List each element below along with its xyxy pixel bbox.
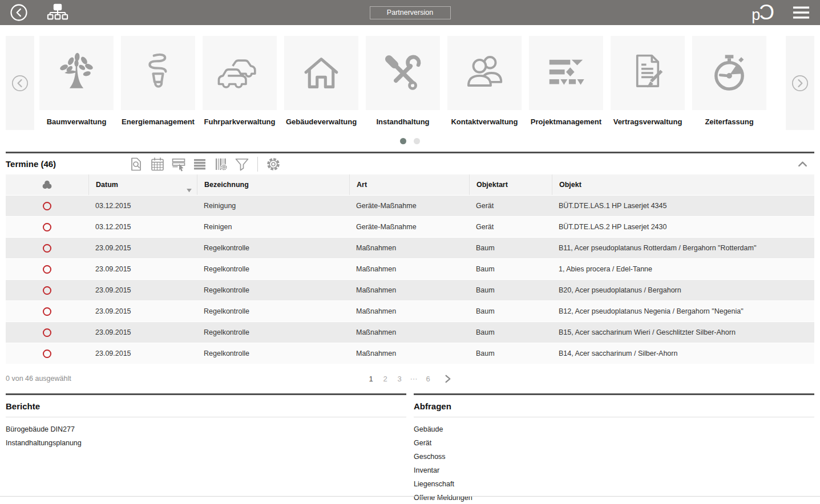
- cell-objektart: Baum: [469, 265, 552, 273]
- sliders-icon: [529, 36, 603, 110]
- termine-title: Termine (46): [6, 159, 56, 169]
- hamburger-icon[interactable]: [791, 5, 811, 20]
- module-tile[interactable]: Zeiterfassung: [692, 36, 766, 126]
- module-tile[interactable]: Vertragsverwaltung: [611, 36, 685, 126]
- bericht-item[interactable]: Bürogebäude DIN277: [6, 422, 406, 436]
- cell-art: Geräte-Maßnahme: [349, 202, 469, 210]
- column-header-objektart[interactable]: Objektart: [469, 174, 552, 195]
- status-open-icon: [43, 265, 51, 274]
- barcode-settings-icon[interactable]: [213, 157, 228, 172]
- page-button[interactable]: 3: [396, 375, 403, 383]
- page-button[interactable]: 1: [367, 375, 375, 383]
- termine-toolbar: [129, 157, 281, 172]
- page-button[interactable]: 2: [382, 375, 389, 383]
- abfrage-item[interactable]: Liegenschaft: [414, 477, 814, 491]
- column-header-objekt[interactable]: Objekt: [552, 174, 814, 195]
- cell-objektart: Baum: [469, 328, 552, 336]
- table-row[interactable]: 23.09.2015 Regelkontrolle Maßnahmen Baum…: [6, 322, 814, 343]
- abfrage-item[interactable]: Gebäude: [414, 422, 814, 436]
- column-header-datum[interactable]: Datum: [88, 174, 197, 195]
- module-tile[interactable]: Kontaktverwaltung: [447, 36, 522, 126]
- table-body: 03.12.2015 Reinigung Geräte-Maßnahme Ger…: [6, 196, 814, 364]
- chevron-right-icon[interactable]: [442, 373, 453, 384]
- abfrage-item[interactable]: Gerät: [414, 436, 814, 450]
- module-tile-label: Projektmanagement: [529, 117, 603, 126]
- table-header-row: Datum Bezeichnung Art Objektart Objekt: [6, 174, 814, 195]
- cell-objektart: Baum: [469, 286, 552, 294]
- abfrage-item[interactable]: Inventar: [414, 464, 814, 477]
- bericht-item[interactable]: Instandhaltungsplanung: [6, 436, 406, 450]
- page-button[interactable]: 6: [425, 375, 432, 383]
- cell-objekt: B20, Acer pseudoplatanus / Bergahorn: [552, 286, 814, 294]
- sitemap-icon[interactable]: [47, 3, 68, 22]
- row-select-icon[interactable]: [171, 157, 186, 172]
- cell-objekt: B11, Acer pseudoplatanus Rotterdam / Ber…: [552, 244, 814, 252]
- cell-datum: 03.12.2015: [88, 223, 197, 231]
- cell-objekt: B15, Acer saccharinum Wieri / Geschlitzt…: [552, 328, 814, 336]
- cell-objektart: Baum: [469, 244, 552, 252]
- module-carousel: Baumverwaltung Energiemanagement Fuhrpar…: [0, 25, 820, 130]
- module-tile[interactable]: Fuhrparkverwaltung: [203, 36, 277, 126]
- page-bottom-divider: [0, 496, 820, 497]
- cell-datum: 23.09.2015: [88, 328, 197, 336]
- table-row[interactable]: 03.12.2015 Reinigen Geräte-Maßnahme Gerä…: [6, 217, 814, 237]
- cell-objekt: B12, Acer pseudoplatanus Negenia / Berga…: [552, 307, 814, 315]
- toolbar-divider: [257, 157, 258, 172]
- column-header-art[interactable]: Art: [349, 174, 469, 195]
- berichte-list: Bürogebäude DIN277 Instandhaltungsplanun…: [6, 417, 406, 450]
- berichte-panel: Berichte Bürogebäude DIN277 Instandhaltu…: [6, 393, 406, 504]
- column-header-status[interactable]: [6, 174, 88, 195]
- bottom-panels: Berichte Bürogebäude DIN277 Instandhaltu…: [6, 393, 814, 504]
- cell-art: Maßnahmen: [349, 349, 469, 357]
- table-row[interactable]: 23.09.2015 Regelkontrolle Maßnahmen Baum…: [6, 238, 814, 258]
- cell-objektart: Gerät: [469, 202, 552, 210]
- module-tile-label: Kontaktverwaltung: [447, 117, 522, 126]
- status-open-icon: [43, 349, 51, 358]
- topbar: Partnerversion p Ɔ: [0, 0, 820, 25]
- list-icon[interactable]: [192, 157, 207, 172]
- calendar-icon[interactable]: [150, 157, 165, 172]
- partnerversion-button[interactable]: Partnerversion: [370, 6, 451, 19]
- table-row[interactable]: 23.09.2015 Regelkontrolle Maßnahmen Baum…: [6, 259, 814, 279]
- cell-objektart: Gerät: [469, 223, 552, 231]
- table-row[interactable]: 23.09.2015 Regelkontrolle Maßnahmen Baum…: [6, 343, 814, 364]
- abfrage-item[interactable]: Geschoss: [414, 450, 814, 464]
- carousel-dot[interactable]: [414, 138, 420, 144]
- module-tile[interactable]: Baumverwaltung: [39, 36, 114, 126]
- cell-art: Maßnahmen: [349, 328, 469, 336]
- termine-table: Datum Bezeichnung Art Objektart Objekt 0…: [6, 174, 814, 364]
- table-row[interactable]: 23.09.2015 Regelkontrolle Maßnahmen Baum…: [6, 280, 814, 300]
- cell-bezeichnung: Regelkontrolle: [197, 328, 349, 336]
- carousel-prev-button[interactable]: [6, 36, 34, 130]
- cell-bezeichnung: Regelkontrolle: [197, 307, 349, 315]
- termine-header: Termine (46): [6, 153, 814, 174]
- table-row[interactable]: 23.09.2015 Regelkontrolle Maßnahmen Baum…: [6, 301, 814, 322]
- cell-art: Maßnahmen: [349, 286, 469, 294]
- module-tile[interactable]: Energiemanagement: [121, 36, 195, 126]
- module-tile[interactable]: Instandhaltung: [366, 36, 440, 126]
- abfrage-item[interactable]: Offene Meldungen: [414, 491, 814, 504]
- back-circle-icon[interactable]: [9, 3, 29, 22]
- table-row[interactable]: 03.12.2015 Reinigung Geräte-Maßnahme Ger…: [6, 196, 814, 216]
- cell-datum: 23.09.2015: [88, 349, 197, 357]
- stopwatch-icon: [692, 36, 766, 110]
- cell-bezeichnung: Regelkontrolle: [197, 244, 349, 252]
- page-button: ⋯: [410, 375, 418, 383]
- column-header-bezeichnung[interactable]: Bezeichnung: [197, 174, 349, 195]
- carousel-next-button[interactable]: [786, 36, 814, 130]
- module-tile[interactable]: Gebäudeverwaltung: [284, 36, 358, 126]
- pagination: 1 2 3 ⋯ 6: [367, 373, 453, 384]
- filter-icon[interactable]: [235, 157, 249, 172]
- circle-chevron-left-icon: [10, 74, 30, 93]
- module-tile-label: Vertragsverwaltung: [611, 117, 685, 126]
- cell-datum: 23.09.2015: [88, 244, 197, 252]
- cell-bezeichnung: Reinigung: [197, 202, 349, 210]
- cell-datum: 23.09.2015: [88, 286, 197, 294]
- report-preview-icon[interactable]: [129, 157, 144, 172]
- module-tile[interactable]: Projektmanagement: [529, 36, 603, 126]
- settings-icon[interactable]: [266, 157, 281, 172]
- chevron-up-icon[interactable]: [795, 157, 810, 171]
- cell-objekt: BÜT.DTE.LAS.1 HP Laserjet 4345: [552, 202, 814, 210]
- carousel-dot[interactable]: [400, 138, 406, 144]
- abfragen-panel: Abfragen Gebäude Gerät Geschoss Inventar…: [414, 393, 814, 504]
